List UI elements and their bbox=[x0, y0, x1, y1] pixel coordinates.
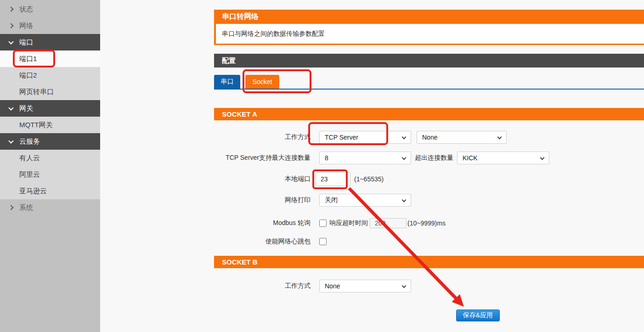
local-port-input[interactable] bbox=[316, 172, 350, 186]
sidebar-item-label: 亚马逊云 bbox=[19, 187, 47, 196]
chevron-down-icon bbox=[402, 198, 407, 203]
page-title: 串口转网络 bbox=[222, 12, 259, 22]
sidebar-item-label: 端口2 bbox=[19, 71, 37, 80]
tab-socket[interactable]: Socket bbox=[245, 75, 279, 89]
sidebar-item-label: 云服务 bbox=[19, 137, 40, 146]
sidebar-item-port2[interactable]: 端口2 bbox=[0, 67, 100, 84]
sidebar-item-usr-cloud[interactable]: 有人云 bbox=[0, 150, 100, 166]
page-description-text: 串口与网络之间的数据传输参数配置 bbox=[222, 30, 325, 38]
sidebar-item-label: 端口 bbox=[19, 38, 33, 47]
work-mode-row: 工作方式 TCP Server None bbox=[214, 131, 644, 144]
work-mode-secondary-value: None bbox=[422, 134, 437, 141]
sidebar-item-label: 有人云 bbox=[19, 154, 40, 163]
socket-a-title: SOCKET A bbox=[222, 110, 257, 118]
sidebar-item-label: 阿里云 bbox=[19, 170, 40, 179]
main-content: 串口转网络 串口与网络之间的数据传输参数配置 配置 串口 Socket SOCK… bbox=[214, 0, 644, 332]
socket-b-section-bar: SOCKET B bbox=[214, 256, 644, 268]
work-mode-secondary-select[interactable]: None bbox=[417, 131, 507, 144]
network-print-label: 网络打印 bbox=[214, 196, 311, 204]
heartbeat-label: 使能网络心跳包 bbox=[214, 237, 311, 246]
sidebar-item-label: MQTT网关 bbox=[19, 121, 53, 129]
sidebar-item-mqtt-gateway[interactable]: MQTT网关 bbox=[0, 117, 100, 133]
socket-b-title: SOCKET B bbox=[222, 258, 258, 266]
modbus-poll-label: Modbus 轮询 bbox=[214, 219, 311, 227]
sidebar-item-web-to-serial[interactable]: 网页转串口 bbox=[0, 84, 100, 100]
max-connections-select[interactable]: 8 bbox=[319, 152, 411, 164]
config-section-bar: 配置 bbox=[214, 54, 644, 68]
sidebar-item-label: 状态 bbox=[19, 5, 33, 14]
sidebar-item-port1[interactable]: 端口1 bbox=[0, 51, 100, 67]
sidebar-item-network[interactable]: 网络 bbox=[0, 17, 100, 34]
network-print-select[interactable]: 关闭 bbox=[319, 194, 411, 207]
socket-b-work-mode-value: None bbox=[325, 282, 340, 290]
page-title-bar: 串口转网络 bbox=[214, 10, 644, 24]
save-row: 保存&应用 bbox=[214, 309, 644, 321]
modbus-timeout-label: 响应超时时间 bbox=[329, 219, 368, 227]
sidebar-item-label: 系统 bbox=[19, 203, 33, 212]
modbus-poll-checkbox[interactable] bbox=[319, 219, 327, 227]
chevron-down-icon bbox=[8, 138, 13, 143]
work-mode-select[interactable]: TCP Server bbox=[319, 131, 411, 144]
sidebar-item-label: 网关 bbox=[19, 104, 33, 113]
socket-a-section-bar: SOCKET A bbox=[214, 108, 644, 120]
chevron-right-icon bbox=[8, 6, 13, 11]
modbus-poll-row: Modbus 轮询 响应超时时间 (10~9999)ms bbox=[214, 218, 644, 229]
chevron-right-icon bbox=[8, 23, 13, 28]
tab-serial-label: 串口 bbox=[221, 78, 234, 86]
exceed-connections-label: 超出连接数量 bbox=[415, 154, 453, 162]
save-apply-button[interactable]: 保存&应用 bbox=[456, 309, 500, 321]
socket-b-work-mode-row: 工作方式 None bbox=[214, 280, 644, 293]
chevron-down-icon bbox=[8, 105, 13, 110]
sidebar-item-label: 端口1 bbox=[19, 55, 37, 63]
sidebar-item-system[interactable]: 系统 bbox=[0, 199, 100, 216]
exceed-connections-select[interactable]: KICK bbox=[457, 152, 549, 164]
work-mode-value: TCP Server bbox=[325, 134, 358, 141]
heartbeat-checkbox[interactable] bbox=[319, 238, 327, 245]
sidebar: 状态 网络 端口 端口1 端口2 网页转串口 网关 MQTT网关 云服务 有人云… bbox=[0, 0, 100, 332]
local-port-label: 本地端口 bbox=[214, 175, 311, 183]
network-print-value: 关闭 bbox=[325, 196, 338, 204]
tab-serial[interactable]: 串口 bbox=[214, 75, 240, 89]
sidebar-item-label: 网页转串口 bbox=[19, 88, 54, 96]
work-mode-label: 工作方式 bbox=[214, 133, 311, 141]
config-section-title: 配置 bbox=[222, 56, 236, 65]
chevron-right-icon bbox=[8, 205, 13, 210]
sidebar-item-ali-cloud[interactable]: 阿里云 bbox=[0, 166, 100, 183]
max-connections-value: 8 bbox=[325, 154, 328, 162]
modbus-timeout-input[interactable] bbox=[370, 218, 407, 228]
sidebar-group-cloud[interactable]: 云服务 bbox=[0, 133, 100, 150]
chevron-down-icon bbox=[402, 135, 407, 140]
network-print-row: 网络打印 关闭 bbox=[214, 194, 644, 207]
chevron-down-icon bbox=[8, 39, 13, 44]
max-connections-label: TCP Server支持最大连接数量 bbox=[214, 154, 311, 162]
modbus-timeout-range: (10~9999)ms bbox=[407, 219, 446, 227]
tab-bar: 串口 Socket bbox=[214, 75, 644, 90]
chevron-down-icon bbox=[402, 156, 407, 160]
sidebar-group-port[interactable]: 端口 bbox=[0, 34, 100, 51]
heartbeat-row: 使能网络心跳包 bbox=[214, 237, 644, 246]
sidebar-item-label: 网络 bbox=[19, 22, 33, 30]
local-port-range: (1~65535) bbox=[354, 175, 384, 183]
max-connections-row: TCP Server支持最大连接数量 8 超出连接数量 KICK bbox=[214, 152, 644, 164]
sidebar-item-amazon-cloud[interactable]: 亚马逊云 bbox=[0, 183, 100, 199]
exceed-connections-value: KICK bbox=[463, 154, 478, 162]
socket-b-work-mode-select[interactable]: None bbox=[319, 280, 411, 293]
sidebar-group-gateway[interactable]: 网关 bbox=[0, 100, 100, 117]
chevron-down-icon bbox=[540, 156, 545, 160]
local-port-row: 本地端口 (1~65535) bbox=[214, 172, 644, 186]
page-description: 串口与网络之间的数据传输参数配置 bbox=[214, 24, 644, 45]
chevron-down-icon bbox=[497, 135, 502, 140]
chevron-down-icon bbox=[402, 284, 407, 288]
sidebar-item-status[interactable]: 状态 bbox=[0, 1, 100, 17]
socket-b-work-mode-label: 工作方式 bbox=[214, 282, 311, 290]
tab-socket-label: Socket bbox=[253, 78, 272, 85]
